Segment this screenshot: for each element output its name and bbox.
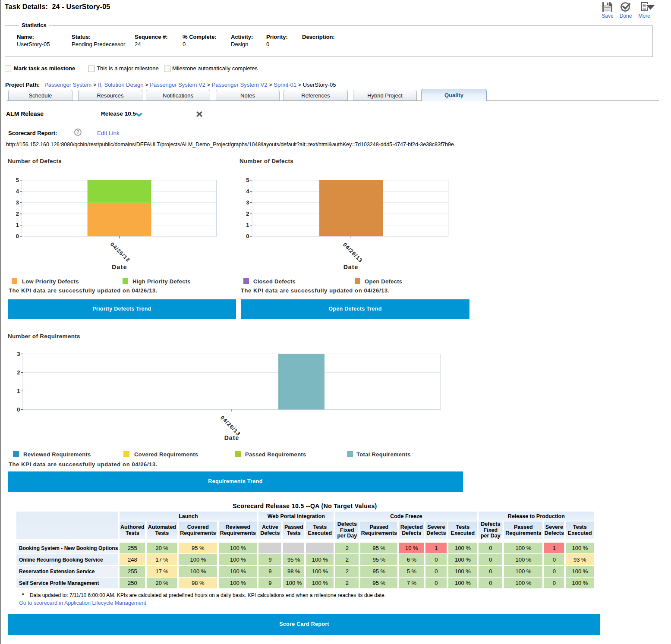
svg-text:1: 1: [246, 222, 249, 228]
svg-text:2: 2: [246, 210, 249, 217]
svg-text:0: 0: [16, 233, 19, 239]
svg-text:5: 5: [246, 177, 249, 183]
svg-text:04/26/13: 04/26/13: [342, 242, 364, 264]
svg-text:2: 2: [17, 369, 20, 376]
svg-text:Date: Date: [343, 264, 359, 270]
svg-text:0: 0: [246, 233, 249, 239]
svg-text:Date: Date: [224, 434, 239, 441]
svg-text:4: 4: [246, 188, 249, 195]
svg-text:04/26/13: 04/26/13: [109, 241, 131, 263]
svg-text:1: 1: [16, 222, 19, 228]
svg-text:0: 0: [17, 406, 20, 413]
svg-text:4: 4: [16, 188, 19, 195]
svg-text:1: 1: [17, 388, 20, 394]
svg-text:2: 2: [16, 210, 19, 217]
svg-text:04/26/13: 04/26/13: [219, 415, 242, 437]
svg-text:5: 5: [16, 177, 19, 183]
svg-text:3: 3: [17, 351, 20, 357]
svg-text:3: 3: [246, 199, 249, 206]
svg-text:3: 3: [16, 199, 19, 206]
svg-text:Date: Date: [112, 264, 127, 270]
